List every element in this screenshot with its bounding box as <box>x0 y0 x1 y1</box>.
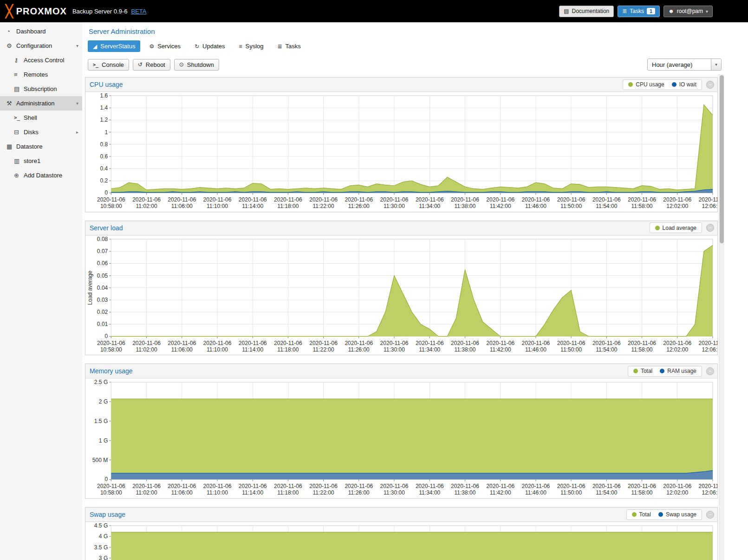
svg-text:1.5 G: 1.5 G <box>94 418 108 424</box>
svg-text:2020-11-06: 2020-11-06 <box>557 196 585 203</box>
legend-item-io-wait[interactable]: IO wait <box>672 81 696 88</box>
sidebar-item-configuration[interactable]: ⚙ Configuration ▾ <box>0 39 82 53</box>
svg-text:2020-11-06: 2020-11-06 <box>380 483 409 489</box>
collapse-panel-button[interactable]: − <box>706 511 714 519</box>
green-dot-icon <box>655 226 660 230</box>
legend-item-cpu-usage[interactable]: CPU usage <box>628 81 664 88</box>
sidebar-item-access-control[interactable]: ⚷ Access Control <box>0 53 82 67</box>
svg-text:1.2: 1.2 <box>100 117 108 123</box>
svg-text:12:02:00: 12:02:00 <box>666 489 688 496</box>
svg-text:0: 0 <box>105 476 108 483</box>
scrollbar-thumb[interactable] <box>720 75 724 243</box>
sidebar-item-subscription[interactable]: ▤ Subscription <box>0 82 82 96</box>
svg-text:11:06:00: 11:06:00 <box>171 203 193 209</box>
sidebar-item-label: store1 <box>24 157 40 164</box>
svg-text:11:26:00: 11:26:00 <box>348 489 370 496</box>
time-range-value: Hour (average) <box>648 59 711 70</box>
sidebar-item-datastore[interactable]: ▦ Datastore <box>0 139 82 154</box>
green-dot-icon <box>628 82 633 87</box>
beta-link[interactable]: BETA <box>131 8 146 15</box>
reboot-label: Reboot <box>146 61 165 68</box>
svg-text:2020-11-06: 2020-11-06 <box>203 196 232 203</box>
sidebar-item-shell[interactable]: >_ Shell <box>0 111 82 125</box>
svg-text:0.01: 0.01 <box>97 321 108 327</box>
top-bar: ╳ PROXMOX Backup Server 0.9-6 BETA ▤ Doc… <box>0 0 748 22</box>
collapse-panel-button[interactable]: − <box>706 367 714 375</box>
svg-text:2020-11-06: 2020-11-06 <box>699 196 717 203</box>
svg-text:2020-11-06: 2020-11-06 <box>132 339 161 346</box>
tab-tasks[interactable]: ≣ Tasks <box>273 40 306 52</box>
disk-icon: ⊟ <box>14 129 24 136</box>
svg-text:11:46:00: 11:46:00 <box>525 346 546 352</box>
user-menu-button[interactable]: ☻ root@pam ▾ <box>663 6 713 17</box>
svg-text:11:50:00: 11:50:00 <box>560 346 582 352</box>
svg-text:1 G: 1 G <box>99 437 108 444</box>
svg-text:0.4: 0.4 <box>100 165 108 172</box>
tab-server-status[interactable]: ◢ ServerStatus <box>88 40 140 52</box>
legend-label: Total <box>639 511 651 518</box>
svg-text:2020-11-06: 2020-11-06 <box>97 196 125 203</box>
select-trigger-icon[interactable]: ▾ <box>711 59 721 70</box>
svg-text:0.8: 0.8 <box>100 141 108 148</box>
svg-text:2020-11-06: 2020-11-06 <box>274 483 302 489</box>
sidebar-item-remotes[interactable]: ≡ Remotes <box>0 67 82 82</box>
shutdown-button[interactable]: ⊙ Shutdown <box>174 59 219 71</box>
legend-item-total[interactable]: Total <box>633 368 652 374</box>
svg-text:0.6: 0.6 <box>100 153 108 160</box>
svg-text:2020-11-06: 2020-11-06 <box>592 339 621 346</box>
sidebar-item-add-datastore[interactable]: ⊕ Add Datastore <box>0 168 82 182</box>
cpu-usage-chart: 00.20.40.60.811.21.41.62020-11-0610:58:0… <box>85 92 717 212</box>
legend-item-total[interactable]: Total <box>632 511 651 518</box>
svg-text:0.2: 0.2 <box>100 177 108 184</box>
key-icon: ⚷ <box>14 57 24 64</box>
legend-item-ram-usage[interactable]: RAM usage <box>660 368 696 374</box>
svg-text:10:58:00: 10:58:00 <box>100 346 122 352</box>
chart-legend: Total Swap usage <box>626 509 702 520</box>
collapse-panel-button[interactable]: − <box>706 81 714 89</box>
svg-text:2020-11-06: 2020-11-06 <box>451 339 479 346</box>
proxmox-logo-icon: ╳ <box>6 5 13 17</box>
tasks-button[interactable]: ≣ Tasks 1 <box>618 6 660 17</box>
legend-item-load-average[interactable]: Load average <box>655 225 696 231</box>
svg-text:10:58:00: 10:58:00 <box>100 489 122 496</box>
documentation-button[interactable]: ▤ Documentation <box>559 6 614 17</box>
collapse-panel-button[interactable]: − <box>706 224 714 232</box>
task-list-icon: ≣ <box>278 43 282 50</box>
svg-text:2020-11-06: 2020-11-06 <box>380 196 409 203</box>
svg-text:11:58:00: 11:58:00 <box>631 346 652 352</box>
tab-label: Services <box>157 43 181 50</box>
svg-text:2020-11-06: 2020-11-06 <box>239 339 267 346</box>
tab-services[interactable]: ⚙ Services <box>144 40 186 52</box>
remotes-icon: ≡ <box>14 71 24 78</box>
refresh-icon: ↻ <box>195 43 199 50</box>
legend-label: Swap usage <box>666 511 696 518</box>
svg-text:12:02:00: 12:02:00 <box>666 203 688 209</box>
legend-label: RAM usage <box>667 368 696 374</box>
vertical-scrollbar[interactable] <box>719 74 724 560</box>
svg-text:2020-11-06: 2020-11-06 <box>699 483 717 489</box>
svg-text:2020-11-06: 2020-11-06 <box>309 339 338 346</box>
reboot-button[interactable]: ↺ Reboot <box>133 59 170 71</box>
chart-legend: CPU usage IO wait <box>623 79 702 90</box>
svg-text:11:02:00: 11:02:00 <box>136 203 157 209</box>
svg-text:2020-11-06: 2020-11-06 <box>132 196 161 203</box>
svg-text:3.5 G: 3.5 G <box>94 544 108 551</box>
sidebar-item-dashboard[interactable]: ◔ Dashboard <box>0 24 82 39</box>
wrench-icon: ⚒ <box>7 100 16 107</box>
svg-text:500 M: 500 M <box>92 457 108 463</box>
chevron-down-icon: ▾ <box>706 9 708 14</box>
tab-label: Tasks <box>286 43 301 50</box>
tab-syslog[interactable]: ≡ Syslog <box>234 40 269 52</box>
legend-label: Total <box>641 368 652 374</box>
svg-text:11:34:00: 11:34:00 <box>419 346 440 352</box>
sidebar-item-store1[interactable]: ▥ store1 <box>0 154 82 168</box>
tab-updates[interactable]: ↻ Updates <box>189 40 230 52</box>
sidebar-item-administration[interactable]: ⚒ Administration ▾ <box>0 96 82 111</box>
server-load-chart: 00.010.020.030.040.050.060.070.082020-11… <box>85 235 717 355</box>
sidebar: ◔ Dashboard ⚙ Configuration ▾ ⚷ Access C… <box>0 22 82 560</box>
legend-label: IO wait <box>679 81 696 88</box>
console-button[interactable]: >_ Console <box>88 59 129 71</box>
sidebar-item-disks[interactable]: ⊟ Disks ▸ <box>0 125 82 139</box>
time-range-select[interactable]: Hour (average) ▾ <box>647 59 722 71</box>
legend-item-swap-usage[interactable]: Swap usage <box>658 511 696 518</box>
